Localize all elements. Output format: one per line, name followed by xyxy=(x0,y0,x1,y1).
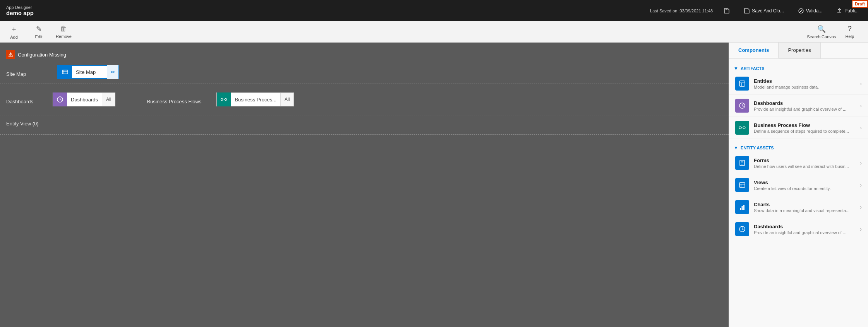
dashboards-bpf-row: Dashboards Dashboards All Business Proce… xyxy=(0,84,729,115)
bpf-card[interactable]: Business Proces... All xyxy=(216,92,294,106)
forms-name: Forms xyxy=(754,158,855,163)
app-designer-label: App Designer xyxy=(6,5,34,10)
entity-dashboards-info: Dashboards Provide an insightful and gra… xyxy=(754,224,855,235)
bpf-comp-name: Business Process Flow xyxy=(754,122,855,128)
edit-button[interactable]: ✎ Edit xyxy=(31,25,46,39)
charts-info: Charts Show data in a meaningful and vis… xyxy=(754,202,855,213)
help-icon: ? xyxy=(848,25,852,33)
entity-dashboards-desc: Provide an insightful and graphical over… xyxy=(754,230,855,235)
bpf-comp-icon xyxy=(735,121,749,135)
charts-icon xyxy=(735,200,749,214)
save-icon[interactable] xyxy=(720,6,733,15)
forms-desc: Define how users will see and interact w… xyxy=(754,164,855,169)
svg-rect-0 xyxy=(726,9,727,10)
add-button[interactable]: ＋ Add xyxy=(6,24,22,39)
draft-badge: Draft xyxy=(852,0,868,8)
tab-properties[interactable]: Properties xyxy=(779,43,820,58)
dashboards-content: Dashboards All Business Process Flows Bu… xyxy=(53,92,722,107)
svg-rect-6 xyxy=(739,81,745,86)
views-desc: Create a list view of records for an ent… xyxy=(754,186,855,191)
artifacts-chevron-icon: ▼ xyxy=(734,66,738,71)
entity-assets-chevron-icon: ▼ xyxy=(734,145,738,151)
warning-icon: ⚠ xyxy=(6,50,15,59)
entities-name: Entities xyxy=(754,78,855,84)
sitemap-edit-button[interactable]: ✏ xyxy=(107,65,118,79)
entity-dashboards-name: Dashboards xyxy=(754,224,855,229)
entity-view-row: Entity View (0) xyxy=(0,115,729,135)
right-panel: Components Properties ▼ ARTIFACTS Entiti… xyxy=(729,43,868,327)
bpf-label: Business Process Flows xyxy=(147,95,209,104)
component-item-forms[interactable]: Forms Define how users will see and inte… xyxy=(729,152,868,174)
component-item-charts[interactable]: Charts Show data in a meaningful and vis… xyxy=(729,196,868,218)
forms-icon xyxy=(735,156,749,170)
component-item-bpf[interactable]: Business Process Flow Define a sequence … xyxy=(729,117,868,139)
svg-rect-11 xyxy=(739,183,745,187)
bpf-chevron-icon: › xyxy=(860,125,862,131)
artifacts-heading: ▼ ARTIFACTS xyxy=(729,63,868,73)
dashboards-comp-desc: Provide an insightful and graphical over… xyxy=(754,107,855,111)
dashboards-label: Dashboards xyxy=(6,95,53,104)
remove-label: Remove xyxy=(56,34,72,39)
dashboards-comp-icon xyxy=(735,99,749,113)
add-icon: ＋ xyxy=(10,24,17,34)
forms-chevron-icon: › xyxy=(860,160,862,166)
dashboards-item-label: Dashboards xyxy=(67,97,102,103)
bpf-comp-desc: Define a sequence of steps required to c… xyxy=(754,129,855,134)
entity-dashboards-icon xyxy=(735,222,749,236)
sitemap-item-label: Site Map xyxy=(72,69,107,75)
entity-dashboards-chevron-icon: › xyxy=(860,226,862,232)
panel-tabs: Components Properties xyxy=(729,43,868,59)
charts-chevron-icon: › xyxy=(860,204,862,210)
edit-label: Edit xyxy=(35,34,43,39)
svg-point-4 xyxy=(221,99,223,101)
add-label: Add xyxy=(10,35,18,39)
component-item-entity-dashboards[interactable]: Dashboards Provide an insightful and gra… xyxy=(729,218,868,240)
row-divider xyxy=(131,92,131,107)
remove-button[interactable]: 🗑 Remove xyxy=(56,25,72,39)
toolbar: ＋ Add ✎ Edit 🗑 Remove 🔍 Search Canvas ? … xyxy=(0,21,868,43)
svg-point-8 xyxy=(739,127,741,129)
config-missing-label: Configuration Missing xyxy=(18,52,66,58)
sitemap-icon xyxy=(58,65,72,79)
search-icon: 🔍 xyxy=(817,25,826,33)
bpf-comp-info: Business Process Flow Define a sequence … xyxy=(754,122,855,134)
svg-rect-14 xyxy=(743,205,744,210)
charts-desc: Show data in a meaningful and visual rep… xyxy=(754,208,855,213)
entity-assets-heading: ▼ ENTITY ASSETS xyxy=(729,142,868,152)
views-info: Views Create a list view of records for … xyxy=(754,180,855,191)
last-saved-text: Last Saved on :03/09/2021 11:48 xyxy=(650,9,713,13)
sitemap-card[interactable]: Site Map ✏ xyxy=(57,65,119,79)
bpf-all-button[interactable]: All xyxy=(280,93,293,106)
panel-content: ▼ ARTIFACTS Entities Model and manage bu… xyxy=(729,59,868,327)
validate-button[interactable]: Valida... xyxy=(795,6,825,15)
main-layout: ⚠ Configuration Missing Site Map Site Ma… xyxy=(0,43,868,327)
svg-rect-13 xyxy=(742,206,743,210)
dashboards-card[interactable]: Dashboards All xyxy=(53,92,115,106)
remove-icon: 🗑 xyxy=(60,25,67,33)
app-title-area: App Designer demo app xyxy=(6,5,34,16)
sitemap-row: ⚠ Configuration Missing Site Map Site Ma… xyxy=(0,43,729,84)
dashboards-icon xyxy=(53,92,67,106)
views-chevron-icon: › xyxy=(860,182,862,188)
dashboards-comp-info: Dashboards Provide an insightful and gra… xyxy=(754,100,855,111)
edit-icon: ✎ xyxy=(36,25,42,33)
help-button[interactable]: ? Help xyxy=(845,25,854,39)
component-item-dashboards[interactable]: Dashboards Provide an insightful and gra… xyxy=(729,95,868,117)
component-item-views[interactable]: Views Create a list view of records for … xyxy=(729,174,868,196)
tab-components[interactable]: Components xyxy=(729,43,779,58)
search-canvas-button[interactable]: 🔍 Search Canvas xyxy=(807,25,836,39)
svg-rect-2 xyxy=(62,70,68,74)
dashboards-all-button[interactable]: All xyxy=(102,93,115,106)
bpf-item-label: Business Proces... xyxy=(231,97,280,103)
save-close-button[interactable]: Save And Clo... xyxy=(741,6,787,15)
component-item-entities[interactable]: Entities Model and manage business data.… xyxy=(729,73,868,95)
svg-rect-12 xyxy=(740,208,741,210)
top-header: App Designer demo app Last Saved on :03/… xyxy=(0,0,868,21)
canvas: ⚠ Configuration Missing Site Map Site Ma… xyxy=(0,43,729,327)
app-name: demo app xyxy=(6,10,34,16)
entities-info: Entities Model and manage business data. xyxy=(754,78,855,89)
entity-view-label: Entity View (0) xyxy=(6,121,39,127)
dashboards-comp-name: Dashboards xyxy=(754,100,855,106)
header-actions: Last Saved on :03/09/2021 11:48 Save And… xyxy=(650,6,862,15)
entities-icon xyxy=(735,77,749,91)
